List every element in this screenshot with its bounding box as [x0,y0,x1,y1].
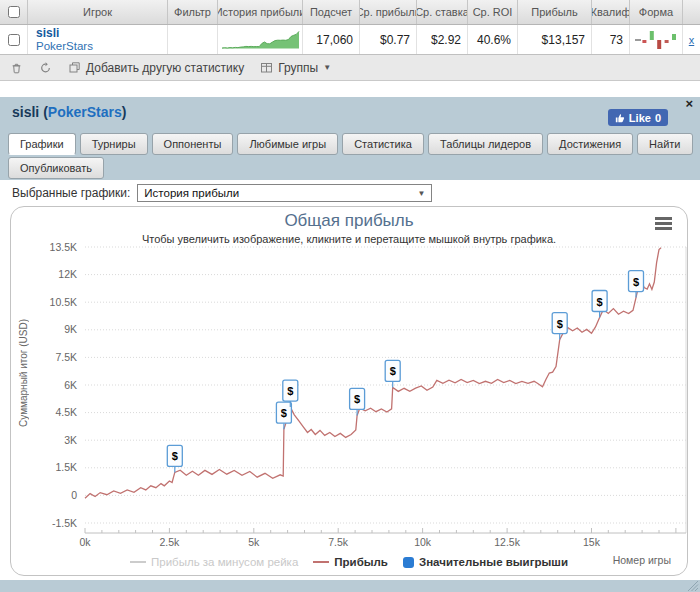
col-header-filter[interactable]: Фильтр [168,0,218,24]
col-header-form[interactable]: Форма [630,0,683,24]
like-label: Like [629,112,651,124]
col-header-profit-history[interactable]: История прибыли [218,0,303,24]
significant-win-flag[interactable]: $ [552,313,567,340]
chart-menu-icon[interactable] [655,217,672,232]
delete-button[interactable] [10,61,23,74]
stats-table-header-row: Игрок Фильтр История прибыли Подсчет Ср.… [0,0,700,25]
svg-text:$: $ [557,318,563,330]
groups-label: Группы [278,61,318,75]
svg-text:$: $ [633,276,639,288]
tab-Турниры[interactable]: Турниры [80,133,148,155]
tab-Оппоненты[interactable]: Оппоненты [152,133,234,155]
tab-Опубликовать[interactable]: Опубликовать [8,157,104,179]
legend-item-profit-minus-rake[interactable]: Прибыль за минусом рейка [130,556,298,568]
svg-text:$: $ [597,296,603,308]
chart-legend: Прибыль за минусом рейка Прибыль Значите… [11,556,687,568]
profit-sparkline-chart[interactable] [221,29,300,50]
row-select-cell [0,25,28,54]
groups-button[interactable]: Группы ▼ [260,61,331,75]
tabs-row-2: Опубликовать [8,157,700,179]
svg-text:$: $ [281,407,287,419]
panel-title: sisli (PokerStars) [12,104,126,120]
col-header-avg-roi[interactable]: Ср. ROI [468,0,518,24]
chart-title: Общая прибыль [11,211,687,231]
facebook-like-button[interactable]: Like 0 [608,109,668,126]
legend-item-profit[interactable]: Прибыль [313,556,388,568]
significant-win-flag[interactable]: $ [350,388,365,415]
tab-Таблицы лидеров[interactable]: Таблицы лидеров [428,133,543,155]
significant-win-flag[interactable]: $ [592,291,607,318]
significant-win-flag[interactable]: $ [167,445,182,472]
svg-text:15k: 15k [583,536,601,548]
svg-text:12.5k: 12.5k [494,536,520,548]
qualified-value: 73 [592,25,630,54]
add-statistic-button[interactable]: Добавить другую статистику [68,61,244,75]
panel-tabs: ГрафикиТурнирыОппонентыЛюбимые игрыСтати… [0,127,700,180]
groups-caret-icon: ▼ [323,63,331,72]
significant-win-flag[interactable]: $ [276,402,291,429]
stats-table: Игрок Фильтр История прибыли Подсчет Ср.… [0,0,700,81]
chart-type-selected-value: История прибыли [144,187,239,199]
legend-item-significant-wins[interactable]: Значительные выигрыши [403,556,568,568]
remove-row-link[interactable]: x [689,34,695,46]
refresh-button[interactable] [39,61,52,74]
svg-text:7.5K: 7.5K [55,351,77,363]
chart-type-select[interactable]: История прибыли ▼ [137,184,432,202]
player-site-link[interactable]: PokerStars [36,40,93,53]
significant-win-flag[interactable]: $ [385,360,400,387]
svg-text:3K: 3K [64,434,77,446]
avg-profit-value: $0.77 [360,25,417,54]
select-all-checkbox[interactable] [8,6,20,18]
col-header-avg-profit[interactable]: Ср. прибыль [360,0,417,24]
col-header-actions [683,0,700,24]
col-header-avg-stake[interactable]: Ср. ставка [417,0,468,24]
col-header-qualified[interactable]: Квалиф [592,0,630,24]
actions-cell: x [683,25,700,54]
panel-bottom-strip [0,580,700,592]
svg-text:$: $ [390,365,396,377]
svg-text:1.5K: 1.5K [55,461,77,473]
tab-Достижения[interactable]: Достижения [547,133,633,155]
tab-Статистика[interactable]: Статистика [342,133,424,155]
tab-Найти[interactable]: Найти [637,133,692,155]
svg-text:$: $ [354,393,360,405]
select-caret-icon: ▼ [417,189,425,198]
legend-line-swatch [313,561,329,563]
panel-site-name[interactable]: PokerStars [48,104,122,120]
legend-square-swatch [403,557,414,568]
svg-text:$: $ [172,450,178,462]
profit-history-cell[interactable] [218,25,303,54]
add-statistic-label: Добавить другую статистику [86,61,244,75]
thumbs-up-icon [615,113,625,123]
chart-subtitle: Чтобы увеличить изображение, кликните и … [11,233,687,245]
panel-paren-close: ) [122,104,127,120]
col-header-count[interactable]: Подсчет [303,0,360,24]
tab-Графики[interactable]: Графики [8,133,76,155]
svg-text:-1.5K: -1.5K [52,517,77,529]
svg-text:6K: 6K [64,379,77,391]
tabs-row-1: ГрафикиТурнирыОппонентыЛюбимые игрыСтати… [8,133,700,155]
row-checkbox[interactable] [8,34,20,46]
panel-close-icon[interactable]: × [685,96,693,111]
avg-stake-value: $2.92 [417,25,468,54]
svg-text:10.5K: 10.5K [50,296,77,308]
y-axis-title: Суммарный итог (USD) [18,319,29,427]
profit-chart-plot[interactable]: -1.5K01.5K3K4.5K6K7.5K9K10.5K12K13.5K0k2… [11,207,687,575]
x-axis-title: Номер игры [613,554,671,566]
add-statistic-icon [68,61,81,74]
trash-icon [10,61,23,74]
col-header-profit[interactable]: Прибыль [518,0,592,24]
svg-text:0k: 0k [79,536,91,548]
player-name-link[interactable]: sisli [36,27,93,40]
significant-win-flag[interactable]: $ [629,271,644,298]
count-value: 17,060 [303,25,360,54]
resize-grip-icon[interactable] [687,580,699,592]
tab-Любимые игры[interactable]: Любимые игры [237,133,338,155]
panel-player-name: sisli [12,104,39,120]
select-all-cell [0,0,28,24]
col-header-player[interactable]: Игрок [28,0,168,24]
svg-text:7.5k: 7.5k [328,536,349,548]
svg-text:9K: 9K [64,323,77,335]
svg-text:$: $ [287,385,293,397]
svg-text:4.5K: 4.5K [55,406,77,418]
